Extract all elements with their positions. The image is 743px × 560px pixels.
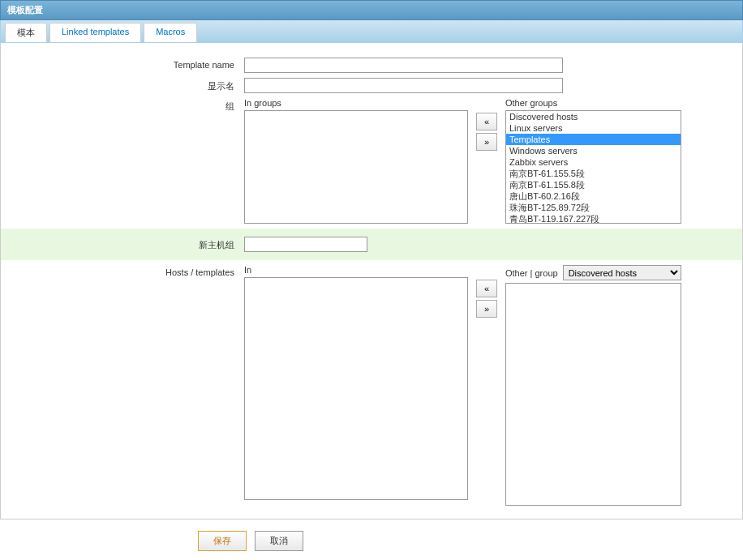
list-item[interactable]: 唐山BT-60.2.16段 bbox=[506, 190, 681, 202]
template-name-label: Template name bbox=[9, 58, 244, 70]
list-item[interactable]: Templates bbox=[506, 134, 681, 145]
in-groups-listbox[interactable] bbox=[244, 110, 468, 224]
new-group-label: 新主机组 bbox=[9, 237, 244, 251]
list-item[interactable]: 南京BT-61.155.8段 bbox=[506, 179, 681, 190]
new-group-input[interactable] bbox=[244, 237, 367, 252]
template-name-input[interactable] bbox=[244, 58, 563, 73]
tab-linked-templates[interactable]: Linked templates bbox=[49, 23, 141, 42]
hosts-templates-label: Hosts / templates bbox=[9, 265, 244, 277]
window-title: 模板配置 bbox=[0, 0, 743, 20]
tab-row: 模本 Linked templates Macros bbox=[0, 20, 743, 43]
list-item[interactable]: Discovered hosts bbox=[506, 111, 681, 122]
list-item[interactable]: 青岛BT-119.167.227段 bbox=[506, 213, 681, 224]
cancel-button[interactable]: 取消 bbox=[255, 531, 303, 551]
list-item[interactable]: Windows servers bbox=[506, 145, 681, 156]
form-area: Template name 显示名 组 In groups « » bbox=[0, 43, 743, 519]
list-item[interactable]: Linux servers bbox=[506, 122, 681, 134]
other-groups-listbox[interactable]: Discovered hostsLinux serversTemplatesWi… bbox=[505, 110, 681, 224]
other-group-select[interactable]: Discovered hosts bbox=[563, 265, 681, 280]
tab-macros[interactable]: Macros bbox=[144, 23, 197, 42]
in-hosts-listbox[interactable] bbox=[244, 277, 468, 500]
other-group-heading: Other | group bbox=[505, 268, 558, 278]
in-heading: In bbox=[244, 265, 468, 275]
list-item[interactable]: 珠海BT-125.89.72段 bbox=[506, 202, 681, 213]
tab-template[interactable]: 模本 bbox=[5, 23, 47, 42]
move-right-hosts-button[interactable]: » bbox=[476, 300, 497, 318]
move-right-groups-button[interactable]: » bbox=[476, 133, 497, 151]
visible-name-label: 显示名 bbox=[9, 78, 244, 92]
button-row: 保存 取消 bbox=[0, 519, 743, 559]
other-hosts-listbox[interactable] bbox=[505, 283, 681, 506]
groups-label: 组 bbox=[9, 98, 244, 113]
list-item[interactable]: Zabbix servers bbox=[506, 156, 681, 168]
in-groups-heading: In groups bbox=[244, 98, 468, 108]
move-left-hosts-button[interactable]: « bbox=[476, 280, 497, 297]
save-button[interactable]: 保存 bbox=[198, 531, 247, 551]
list-item[interactable]: 南京BT-61.155.5段 bbox=[506, 168, 681, 179]
move-left-groups-button[interactable]: « bbox=[476, 113, 497, 130]
other-groups-heading: Other groups bbox=[505, 98, 681, 108]
visible-name-input[interactable] bbox=[244, 78, 563, 93]
